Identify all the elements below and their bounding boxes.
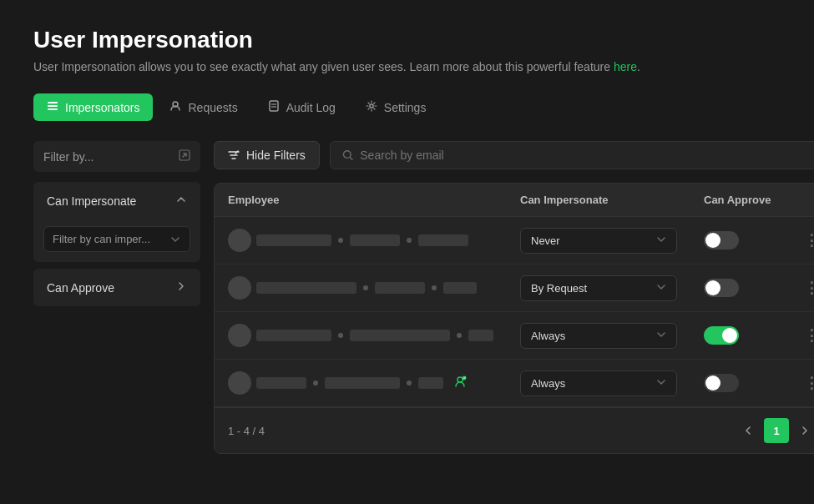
avatar-4 [228,371,251,395]
learn-more-link[interactable]: here [614,60,637,73]
more-button-1[interactable]: ⋮ [804,227,814,254]
employee-name-1 [228,229,468,252]
can-approve-filter-section: Can Approve [33,269,200,306]
toggle-thumb-2 [705,280,720,295]
chevron-up-icon [175,194,187,208]
more-button-3[interactable]: ⋮ [804,322,814,349]
table-row: Always [215,312,814,360]
page-container: User Impersonation User Impersonation al… [0,0,814,481]
svg-point-7 [370,104,373,108]
extra-blur-4 [418,377,443,389]
hide-filters-button[interactable]: Hide Filters [214,141,320,169]
data-table: Employee Can Impersonate Can Approve [214,183,814,454]
hide-filters-label: Hide Filters [246,149,306,162]
email-blur-4 [325,377,400,389]
impersonators-icon [47,100,58,114]
can-impersonate-filter-header[interactable]: Can Impersonate [33,182,200,219]
table-row: Always [215,360,814,407]
select-chevron-4 [656,377,666,390]
main-content: Hide Filters Employee Can Impersonate Ca… [214,141,814,454]
name-blur-1 [256,234,331,246]
can-impersonate-cell-1: Never [507,218,690,264]
can-impersonate-select[interactable]: Filter by can imper... [43,226,190,252]
employee-cell-4 [215,361,507,405]
approve-toggle-2[interactable] [704,279,739,297]
toggle-thumb-3 [722,328,737,343]
name-blur-2 [256,282,356,294]
col-header-employee: Employee [215,184,507,216]
table-header: Employee Can Impersonate Can Approve [215,184,814,217]
name-blur-3 [256,330,331,341]
svg-rect-0 [48,102,58,103]
approve-toggle-4[interactable] [704,374,739,392]
impersonate-select-4[interactable]: Always [520,370,677,396]
filter-by-header[interactable]: Filter by... [33,141,200,172]
svg-rect-1 [48,105,58,107]
extra-blur-3 [468,330,493,341]
col-header-can-impersonate: Can Impersonate [507,184,690,216]
can-approve-filter-label: Can Approve [47,281,114,295]
approve-toggle-3[interactable] [704,326,739,345]
tab-impersonators[interactable]: Impersonators [33,93,153,121]
select-chevron-2 [656,282,666,295]
employee-cell-1 [215,219,507,262]
can-approve-cell-4 [690,364,791,402]
avatar-3 [228,324,251,347]
can-approve-cell-1 [690,221,791,260]
toggle-thumb-1 [705,233,720,248]
can-approve-filter-header[interactable]: Can Approve [33,269,200,306]
can-impersonate-filter-section: Can Impersonate Filter by can imper... [33,182,200,262]
employee-name-4 [228,371,467,395]
tab-bar: Impersonators Requests Audit Log [33,93,781,121]
page-title: User Impersonation [33,27,781,53]
email-blur-2 [375,282,425,294]
can-impersonate-select-value: Filter by can imper... [53,233,150,245]
can-impersonate-cell-2: By Request [507,265,690,311]
employee-cell-2 [215,266,507,310]
pagination-controls: 1 [736,418,814,443]
next-page-button[interactable] [792,418,814,443]
settings-icon [366,100,377,114]
current-user-icon [453,375,467,391]
tab-settings[interactable]: Settings [352,93,440,121]
page-1-button[interactable]: 1 [764,418,789,443]
impersonate-select-2[interactable]: By Request [520,275,677,301]
actions-cell-2: ⋮ [791,265,814,311]
search-input[interactable] [360,149,814,162]
can-approve-cell-2 [690,269,791,307]
email-blur-1 [350,234,400,246]
impersonate-select-1[interactable]: Never [520,228,677,254]
svg-point-13 [458,377,463,382]
more-button-2[interactable]: ⋮ [804,275,814,301]
email-blur-3 [350,330,450,341]
tab-audit-log-label: Audit Log [286,101,336,114]
tab-audit-log[interactable]: Audit Log [255,93,349,121]
can-impersonate-cell-3: Always [507,313,690,359]
approve-toggle-1[interactable] [704,231,739,249]
tab-requests-label: Requests [188,101,237,114]
pagination: 1 - 4 / 4 1 [215,407,814,453]
impersonate-value-4: Always [531,377,565,390]
prev-page-button[interactable] [736,418,761,443]
name-blur-4 [256,377,306,389]
requests-icon [169,100,181,114]
table-row: By Request [215,265,814,312]
avatar-1 [228,229,251,252]
impersonate-select-3[interactable]: Always [520,323,677,349]
filter-by-label: Filter by... [43,150,94,164]
tab-requests[interactable]: Requests [156,93,250,121]
search-box [330,141,814,169]
can-impersonate-cell-4: Always [507,360,690,406]
can-impersonate-filter-body: Filter by can imper... [33,219,200,262]
audit-log-icon [268,100,280,114]
col-header-can-approve: Can Approve [690,184,791,216]
can-approve-cell-3 [690,316,791,355]
more-button-4[interactable]: ⋮ [804,370,814,396]
toggle-thumb-4 [705,375,720,391]
search-icon [342,149,353,161]
extra-blur-2 [443,282,477,294]
col-header-actions [791,184,814,216]
actions-cell-3: ⋮ [791,312,814,359]
employee-name-3 [228,324,493,347]
employee-cell-3 [215,314,507,357]
